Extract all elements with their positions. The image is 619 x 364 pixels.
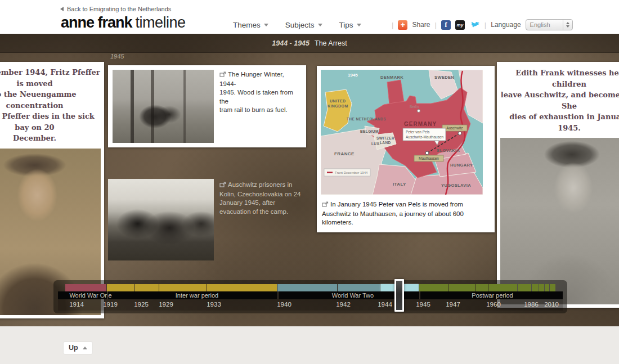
- kolin-prisoners-photo[interactable]: [108, 179, 214, 260]
- nav-item-subjects[interactable]: Subjects: [285, 21, 322, 29]
- timeline-segment[interactable]: [518, 284, 531, 291]
- map-label-sweden: SWEDEN: [434, 75, 454, 80]
- chevron-down-icon: [264, 24, 268, 26]
- timeline-segment[interactable]: [419, 284, 448, 291]
- map-label-auschwitz: Auschwitz: [446, 126, 463, 130]
- hunger-winter-photo[interactable]: [113, 70, 214, 143]
- back-link[interactable]: Back to Emigrating to the Netherlands: [60, 6, 171, 12]
- addthis-share-icon[interactable]: +: [398, 20, 407, 30]
- map-label-lux: LUX.: [371, 142, 380, 146]
- separator: |: [485, 21, 486, 29]
- timeline-bar[interactable]: World War OneInter war periodWorld War T…: [53, 280, 567, 313]
- timeline-segment[interactable]: [488, 284, 517, 291]
- map-label-yugoslavia: YUGOSLAVIA: [441, 183, 471, 188]
- timeline-period-label: World War Two: [320, 292, 385, 299]
- chevron-down-icon: [357, 24, 361, 26]
- auschwitz-dot: [458, 132, 461, 135]
- up-arrow-icon: [83, 347, 87, 349]
- popup-icon: [219, 71, 226, 80]
- map-caption[interactable]: In January 1945 Peter van Pels is moved …: [321, 197, 487, 228]
- banner-title: The Arrest: [315, 39, 347, 47]
- language-label: Language: [491, 21, 521, 29]
- timeline-segment[interactable]: [532, 284, 539, 291]
- card-edith[interactable]: Edith Frank witnesses her children leave…: [497, 62, 619, 308]
- back-arrow-icon: [60, 7, 64, 11]
- timeline-period-label: World War One: [58, 292, 123, 299]
- nav-themes-label: Themes: [233, 21, 261, 29]
- map-label-switzerland-1: SWITZER: [376, 136, 394, 140]
- nav-tips-label: Tips: [339, 21, 353, 29]
- map-label-switzerland-2: LAND: [380, 141, 391, 145]
- kolin-caption[interactable]: Auschwitz prisoners in Kolin, Czechoslov…: [219, 181, 314, 216]
- timeline-segment[interactable]: [550, 284, 555, 291]
- timeline-segment[interactable]: [545, 284, 549, 291]
- timeline-slider-handle[interactable]: [394, 279, 404, 312]
- timeline-period-divider: [277, 291, 279, 299]
- timeline-segment[interactable]: [539, 284, 544, 291]
- popup-icon: [322, 201, 329, 210]
- site-logo[interactable]: anne franktimeline: [61, 15, 186, 30]
- map-label-germany: GERMANY: [404, 121, 437, 127]
- hunger-winter-caption[interactable]: The Hunger Winter, 1944- 1945. Wood is t…: [219, 70, 302, 115]
- language-select[interactable]: English: [526, 19, 573, 30]
- legend-label: Front December 1944: [335, 171, 368, 174]
- timeline-year-label[interactable]: 2010: [519, 301, 584, 308]
- edith-text: Edith Frank witnesses her children leave…: [500, 65, 619, 138]
- map-label-berlin: Berlin: [410, 105, 419, 109]
- timeline-segment[interactable]: [65, 284, 106, 291]
- timeline-year-row: 1914191919251929193319401942194419451947…: [58, 299, 563, 311]
- header-right-group: | + Share | f my | Language English: [392, 19, 573, 30]
- logo-bold: anne frank: [61, 14, 132, 31]
- timeline-segment[interactable]: [159, 284, 207, 291]
- kolin-caption-text: Auschwitz prisoners in Kolin, Czechoslov…: [219, 181, 300, 215]
- hyves-icon[interactable]: my: [455, 20, 465, 30]
- timeline-period-divider: [107, 291, 108, 299]
- up-button[interactable]: Up: [64, 342, 92, 354]
- header: Back to Emigrating to the Netherlands an…: [0, 0, 619, 34]
- stepper-arrows-icon: [563, 20, 572, 30]
- map-label-belgium: BELGIUM: [360, 129, 379, 133]
- timeline-segment[interactable]: [448, 284, 475, 291]
- map-label-uk-2: KINGDOM: [328, 104, 348, 108]
- map-label-uk-1: UNITED: [330, 99, 346, 103]
- map-year-label: 1945: [348, 73, 358, 78]
- timeline-period-row: World War OneInter war periodWorld War T…: [58, 291, 563, 299]
- year-marker: 1945: [110, 53, 124, 60]
- timeline-period-label: Postwar period: [460, 292, 525, 299]
- timeline-period-label: Inter war period: [164, 292, 230, 299]
- map-label-netherlands: THE NETHERLANDS: [347, 117, 386, 121]
- map-label-hungary: HUNGARY: [450, 163, 473, 168]
- timeline-segment[interactable]: [107, 284, 134, 291]
- popup-icon: [219, 181, 226, 190]
- timeline-year-label[interactable]: 1933: [181, 301, 246, 308]
- banner-year-range: 1944 - 1945: [272, 39, 310, 47]
- nav-item-tips[interactable]: Tips: [339, 21, 361, 29]
- card-hunger-winter[interactable]: The Hunger Winter, 1944- 1945. Wood is t…: [108, 65, 306, 147]
- nav-item-themes[interactable]: Themes: [233, 21, 268, 29]
- timeline-segment[interactable]: [476, 284, 488, 291]
- timeline-segment[interactable]: [338, 284, 380, 291]
- timeline-segment[interactable]: [135, 284, 159, 291]
- map-label-italy: ITALY: [393, 182, 406, 187]
- main-nav: Themes Subjects Tips: [233, 21, 361, 29]
- card-map[interactable]: 1945 DENMARK SWEDEN UNITED KINGDOM THE N…: [317, 66, 495, 232]
- share-button[interactable]: Share: [412, 21, 430, 29]
- timeline-year-label[interactable]: 1940: [252, 301, 317, 308]
- separator: |: [392, 21, 393, 29]
- anne-frank-timeline-app: Back to Emigrating to the Netherlands an…: [0, 0, 619, 364]
- twitter-icon[interactable]: [469, 20, 480, 30]
- up-button-label: Up: [69, 344, 78, 352]
- route-label-line1: Peter van Pels: [406, 130, 430, 134]
- footer: Up: [0, 326, 619, 364]
- back-link-label: Back to Emigrating to the Netherlands: [67, 6, 171, 12]
- timeline-segment[interactable]: [277, 284, 337, 291]
- europe-map[interactable]: 1945 DENMARK SWEDEN UNITED KINGDOM THE N…: [321, 70, 483, 195]
- edith-portrait-photo[interactable]: [500, 138, 619, 304]
- map-label-mauthausen: Mauthausen: [419, 156, 439, 160]
- pfeffer-text: In November 1944, Fritz Pfeffer is moved…: [0, 65, 101, 149]
- facebook-icon[interactable]: f: [441, 20, 451, 30]
- map-label-slovakia: SLOVAKIA: [437, 148, 460, 153]
- timeline-segment[interactable]: [207, 284, 277, 291]
- map-label-denmark: DENMARK: [380, 75, 403, 80]
- map-label-france: FRANCE: [334, 151, 355, 156]
